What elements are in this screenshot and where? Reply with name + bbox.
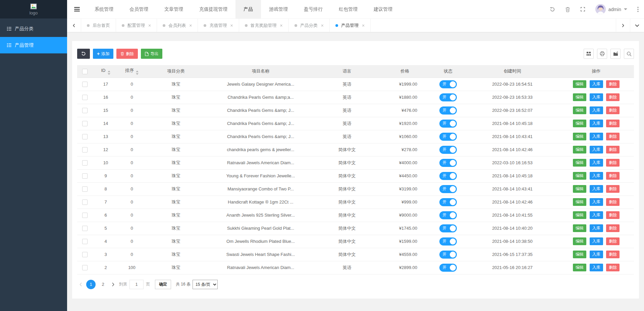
navbar-menu-item[interactable]: 盈亏排行 xyxy=(296,0,331,18)
navbar-menu-item[interactable]: 游戏管理 xyxy=(261,0,296,18)
tab[interactable]: 产品分类 × xyxy=(289,19,330,32)
delete-row-button[interactable]: 删除 xyxy=(606,106,620,114)
tab[interactable]: 配置管理 × xyxy=(116,19,157,32)
delete-row-button[interactable]: 删除 xyxy=(606,198,620,206)
edit-button[interactable]: 编辑 xyxy=(573,159,586,167)
edit-button[interactable]: 编辑 xyxy=(573,120,586,127)
goto-page-input[interactable] xyxy=(129,280,144,289)
page-size-select[interactable]: 15 条/页 xyxy=(193,280,218,289)
edit-button[interactable]: 编辑 xyxy=(573,198,586,206)
tab[interactable]: 后台首页 xyxy=(81,19,116,32)
row-checkbox[interactable] xyxy=(82,134,88,139)
delete-row-button[interactable]: 删除 xyxy=(606,211,620,219)
edit-button[interactable]: 编辑 xyxy=(573,106,586,114)
row-checkbox[interactable] xyxy=(82,160,88,166)
refresh-icon[interactable] xyxy=(550,7,555,12)
status-toggle[interactable]: 开 xyxy=(439,211,457,219)
columns-filter-icon[interactable] xyxy=(584,49,594,59)
edit-button[interactable]: 编辑 xyxy=(573,224,586,232)
row-checkbox[interactable] xyxy=(82,108,88,113)
edit-button[interactable]: 编辑 xyxy=(573,172,586,180)
fullscreen-icon[interactable] xyxy=(580,7,585,12)
status-toggle[interactable]: 开 xyxy=(439,185,457,193)
delete-row-button[interactable]: 删除 xyxy=(606,251,620,258)
export-data-icon[interactable] xyxy=(610,49,621,59)
edit-button[interactable]: 编辑 xyxy=(573,146,586,153)
row-checkbox[interactable] xyxy=(82,239,88,244)
sort-icons[interactable] xyxy=(136,71,139,75)
edit-button[interactable]: 编辑 xyxy=(573,133,586,140)
status-toggle[interactable]: 开 xyxy=(439,106,457,115)
tab[interactable]: 首充奖励管理 × xyxy=(239,19,289,32)
status-toggle[interactable]: 开 xyxy=(439,146,457,154)
tab[interactable]: 充值管理 × xyxy=(198,19,239,32)
stock-in-button[interactable]: 入库 xyxy=(590,211,603,219)
delete-row-button[interactable]: 删除 xyxy=(606,93,620,101)
tab[interactable]: 会员列表 × xyxy=(157,19,198,32)
edit-button[interactable]: 编辑 xyxy=(573,251,586,258)
stock-in-button[interactable]: 入库 xyxy=(590,93,603,101)
kebab-menu-icon[interactable] xyxy=(637,7,639,12)
row-checkbox[interactable] xyxy=(82,252,88,257)
row-checkbox[interactable] xyxy=(82,82,88,87)
add-button[interactable]: +添加 xyxy=(93,49,113,59)
status-toggle[interactable]: 开 xyxy=(439,198,457,206)
stock-in-button[interactable]: 入库 xyxy=(590,159,603,167)
status-toggle[interactable]: 开 xyxy=(439,93,457,101)
row-checkbox[interactable] xyxy=(82,213,88,218)
status-toggle[interactable]: 开 xyxy=(439,224,457,232)
stock-in-button[interactable]: 入库 xyxy=(590,264,603,271)
print-icon[interactable] xyxy=(597,49,607,59)
delete-row-button[interactable]: 删除 xyxy=(606,224,620,232)
export-button[interactable]: 导出 xyxy=(141,49,162,59)
tabs-scroll-right-button[interactable] xyxy=(616,19,630,32)
stock-in-button[interactable]: 入库 xyxy=(590,80,603,88)
navbar-menu-item[interactable]: 产品 xyxy=(235,0,261,18)
select-all-checkbox[interactable] xyxy=(82,69,88,74)
stock-in-button[interactable]: 入库 xyxy=(590,251,603,258)
status-toggle[interactable]: 开 xyxy=(439,237,457,246)
row-checkbox[interactable] xyxy=(82,265,88,270)
column-header-sort[interactable]: 排序 xyxy=(119,65,145,78)
row-checkbox[interactable] xyxy=(82,121,88,126)
prev-page-button[interactable] xyxy=(77,282,84,286)
search-icon[interactable] xyxy=(624,49,634,59)
confirm-button[interactable]: 确定 xyxy=(155,280,171,289)
page-number[interactable]: 2 xyxy=(98,280,108,289)
close-icon[interactable]: × xyxy=(280,23,283,28)
user-menu[interactable]: admin xyxy=(595,4,627,14)
row-checkbox[interactable] xyxy=(82,186,88,192)
column-header-id[interactable]: ID xyxy=(93,65,119,78)
delete-row-button[interactable]: 删除 xyxy=(606,172,620,180)
row-checkbox[interactable] xyxy=(82,173,88,179)
delete-row-button[interactable]: 删除 xyxy=(606,185,620,193)
close-icon[interactable]: × xyxy=(230,23,233,28)
row-checkbox[interactable] xyxy=(82,199,88,205)
status-toggle[interactable]: 开 xyxy=(439,80,457,88)
refresh-table-button[interactable] xyxy=(77,49,90,59)
edit-button[interactable]: 编辑 xyxy=(573,93,586,101)
status-toggle[interactable]: 开 xyxy=(439,264,457,272)
delete-row-button[interactable]: 删除 xyxy=(606,133,620,140)
trash-icon[interactable] xyxy=(565,7,570,12)
edit-button[interactable]: 编辑 xyxy=(573,185,586,193)
stock-in-button[interactable]: 入库 xyxy=(590,120,603,127)
navbar-menu-item[interactable]: 会员管理 xyxy=(121,0,156,18)
delete-row-button[interactable]: 删除 xyxy=(606,146,620,153)
stock-in-button[interactable]: 入库 xyxy=(590,185,603,193)
edit-button[interactable]: 编辑 xyxy=(573,211,586,219)
stock-in-button[interactable]: 入库 xyxy=(590,133,603,140)
delete-row-button[interactable]: 删除 xyxy=(606,237,620,245)
tabs-dropdown-button[interactable] xyxy=(630,19,644,32)
delete-row-button[interactable]: 删除 xyxy=(606,80,620,88)
page-number[interactable]: 1 xyxy=(86,280,96,289)
tab[interactable]: 产品管理 × xyxy=(330,19,371,32)
stock-in-button[interactable]: 入库 xyxy=(590,106,603,114)
stock-in-button[interactable]: 入库 xyxy=(590,172,603,180)
row-checkbox[interactable] xyxy=(82,95,88,100)
collapse-menu-icon[interactable] xyxy=(67,0,87,18)
edit-button[interactable]: 编辑 xyxy=(573,264,586,271)
edit-button[interactable]: 编辑 xyxy=(573,80,586,88)
close-icon[interactable]: × xyxy=(321,23,324,28)
sidebar-item[interactable]: 产品管理 xyxy=(0,37,67,53)
